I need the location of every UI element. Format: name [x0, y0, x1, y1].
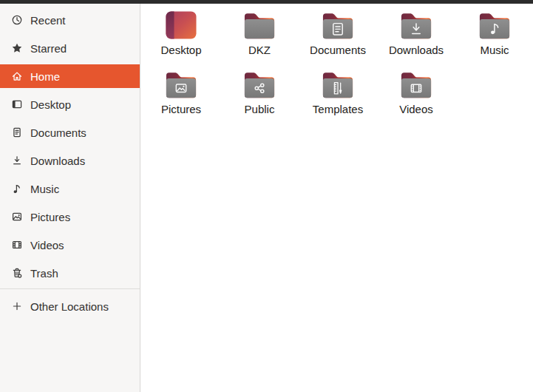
folder-icon	[400, 9, 432, 41]
sidebar-item-videos[interactable]: Videos	[0, 231, 140, 259]
sidebar-item-label: Pictures	[30, 211, 70, 223]
file-item-label: Desktop	[160, 44, 201, 56]
folder-icon	[243, 68, 276, 101]
desktop-icon	[11, 98, 23, 110]
places-sidebar: RecentStarredHomeDesktopDocumentsDownloa…	[0, 4, 140, 392]
sidebar-list: RecentStarredHomeDesktopDocumentsDownloa…	[0, 6, 140, 287]
folder-icon	[322, 9, 354, 41]
file-item-label: Music	[480, 44, 509, 56]
download-icon	[11, 155, 23, 166]
sidebar-item-label: Downloads	[30, 155, 85, 167]
files-panel: Desktop DKZ Documents	[140, 4, 533, 392]
sidebar-item-label: Home	[30, 70, 60, 83]
file-item-label: DKZ	[248, 44, 271, 56]
file-item-label: Downloads	[389, 44, 444, 56]
file-item-desktop[interactable]: Desktop	[142, 9, 220, 68]
sidebar-item-label: Documents	[30, 126, 86, 139]
file-item-pictures[interactable]: Pictures	[142, 68, 220, 127]
sidebar-separator	[0, 288, 140, 289]
file-grid: Desktop DKZ Documents	[140, 4, 533, 127]
file-item-music[interactable]: Music	[455, 9, 533, 68]
file-item-label: Public	[245, 103, 275, 115]
folder-icon	[322, 68, 354, 101]
file-item-dkz[interactable]: DKZ	[220, 9, 299, 68]
sidebar-item-label: Trash	[30, 267, 58, 280]
sidebar-item-label: Music	[30, 183, 59, 195]
file-item-videos[interactable]: Videos	[377, 68, 455, 127]
clock-icon	[11, 14, 23, 26]
document-icon	[11, 126, 23, 138]
sidebar-item-recent[interactable]: Recent	[0, 6, 140, 34]
music-note-icon	[11, 183, 23, 195]
sidebar-item-starred[interactable]: Starred	[0, 34, 140, 62]
trash-icon	[11, 267, 23, 279]
sidebar-item-downloads[interactable]: Downloads	[0, 146, 140, 175]
home-icon	[11, 70, 23, 82]
sidebar-item-pictures[interactable]: Pictures	[0, 203, 140, 231]
sidebar-item-trash[interactable]: Trash	[0, 259, 140, 287]
sidebar-item-documents[interactable]: Documents	[0, 118, 140, 146]
sidebar-item-desktop[interactable]: Desktop	[0, 90, 140, 118]
sidebar-item-label: Desktop	[30, 98, 71, 111]
sidebar-item-label: Starred	[30, 42, 67, 55]
sidebar-item-label: Recent	[30, 14, 66, 27]
file-item-label: Pictures	[161, 103, 201, 115]
file-item-downloads[interactable]: Downloads	[377, 9, 455, 68]
folder-icon	[243, 9, 276, 41]
sidebar-item-other-locations[interactable]: Other Locations	[0, 292, 140, 320]
folder-icon	[478, 9, 511, 41]
folder-icon	[165, 68, 197, 101]
file-item-label: Documents	[310, 44, 366, 56]
star-icon	[11, 42, 23, 54]
sidebar-item-music[interactable]: Music	[0, 175, 140, 203]
file-item-label: Videos	[399, 103, 433, 115]
sidebar-item-label: Videos	[30, 239, 64, 251]
film-icon	[11, 239, 23, 251]
file-item-documents[interactable]: Documents	[299, 9, 377, 68]
sidebar-item-home[interactable]: Home	[0, 62, 140, 90]
file-item-templates[interactable]: Templates	[299, 68, 377, 127]
plus-icon	[11, 300, 23, 312]
folder-icon	[400, 68, 432, 101]
file-item-public[interactable]: Public	[220, 68, 299, 127]
file-item-label: Templates	[313, 103, 363, 115]
desktop-gradient-icon	[164, 9, 198, 41]
picture-icon	[11, 211, 23, 223]
sidebar-item-label: Other Locations	[30, 300, 109, 313]
